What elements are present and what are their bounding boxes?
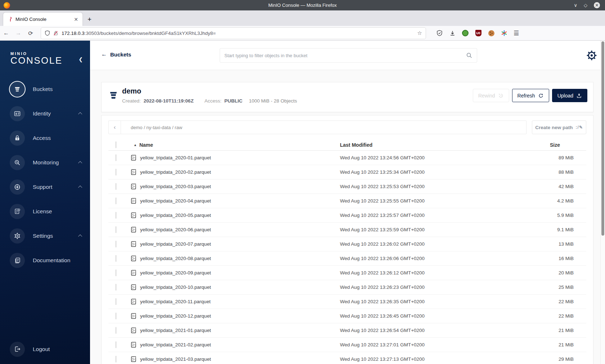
select-all-checkbox[interactable] [116,141,116,148]
row-checkbox[interactable] [116,241,116,247]
object-name-cell[interactable]: yellow_tripdata_2021-01.parquet [126,327,340,333]
row-checkbox[interactable] [116,341,116,348]
row-checkbox[interactable] [116,284,116,291]
sidebar-item-logout[interactable]: Logout [0,341,90,357]
search-input[interactable] [224,53,466,58]
protections-shield-icon[interactable] [436,29,443,37]
minio-console-app: MINIO CONSOLE ❮ Buckets Identity [0,41,605,364]
license-document-icon [10,204,25,219]
downloads-icon[interactable] [449,29,456,37]
extension-green-icon[interactable] [462,29,469,37]
parquet-file-icon [131,270,137,276]
bucket-meta: Created: 2022-08-10T11:19:06Z Access: PU… [122,98,297,104]
sidebar-item-identity[interactable]: Identity [0,106,90,121]
sidebar-item-license[interactable]: License [0,204,90,219]
object-size-cell: 21 MiB [529,342,587,347]
bucket-usage: 1000 MiB - 28 Objects [249,98,297,104]
window-title: MinIO Console — Mozilla Firefox [0,3,605,8]
scrollbar-thumb[interactable] [601,41,604,236]
reload-button[interactable]: ⟳ [24,30,37,37]
settings-gear-icon[interactable] [586,50,597,61]
sidebar-item-monitoring[interactable]: Monitoring [0,155,90,170]
window-close-button[interactable]: ✕ [594,2,600,8]
parquet-file-icon [131,255,137,261]
object-name-cell[interactable]: yellow_tripdata_2020-07.parquet [126,241,340,247]
back-button[interactable]: ← [0,30,12,36]
row-checkbox[interactable] [116,226,116,233]
table-row: yellow_tripdata_2020-09.parquet Wed Aug … [108,266,586,280]
object-name-cell[interactable]: yellow_tripdata_2020-10.parquet [126,284,340,290]
url-bar[interactable]: 172.18.0.3:30503/buckets/demo/browse/bnk… [41,28,426,39]
sidebar-item-access[interactable]: Access [0,130,90,146]
tab-close-icon[interactable]: ✕ [72,17,80,22]
logout-icon [10,342,25,357]
insecure-lock-icon[interactable] [53,30,58,36]
bookmark-star-icon[interactable]: ☆ [417,30,422,36]
row-checkbox[interactable] [116,169,116,176]
page-header: ← Buckets [90,41,605,70]
object-modified-cell: Wed Aug 10 2022 13:26:54 GMT+0200 [340,328,529,333]
object-name-cell[interactable]: yellow_tripdata_2021-02.parquet [126,342,340,348]
rewind-button[interactable]: Rewind [473,89,509,102]
row-checkbox[interactable] [116,255,116,262]
chevron-up-icon [78,112,82,116]
table-header-row: ▲ Name Last Modified Size [108,139,586,151]
new-tab-button[interactable]: + [88,15,91,23]
minio-console-logo: MINIO CONSOLE ❮ [0,41,90,65]
tracking-protection-shield-icon[interactable] [45,30,50,36]
parquet-file-icon [131,169,137,175]
path-back-chevron-icon[interactable]: ‹ [109,121,121,134]
cookie-extension-icon[interactable] [488,29,495,37]
column-header-name[interactable]: ▲ Name [126,142,340,148]
object-modified-cell: Wed Aug 10 2022 13:25:53 GMT+0200 [340,184,529,189]
ublock-origin-icon[interactable]: U0 [475,29,482,37]
extension-asterisk-icon[interactable] [501,29,508,37]
object-name-cell[interactable]: yellow_tripdata_2020-03.parquet [126,183,340,190]
window-titlebar: MinIO Console — Mozilla Firefox ∨ ◇ ✕ [0,0,605,10]
column-header-modified[interactable]: Last Modified [340,142,529,148]
row-checkbox[interactable] [116,269,116,276]
sidebar-item-buckets[interactable]: Buckets [0,81,90,97]
object-name-cell[interactable]: yellow_tripdata_2020-06.parquet [126,227,340,233]
new-path-icon: :/✎ [576,125,583,130]
forward-button[interactable]: → [12,30,24,36]
object-size-cell: 88 MiB [529,169,587,175]
browser-tab-minio-console[interactable]: MinIO Console ✕ [3,13,82,26]
row-checkbox[interactable] [116,212,116,219]
row-checkbox[interactable] [116,313,116,319]
row-checkbox[interactable] [116,183,116,190]
window-minimize-button[interactable]: ∨ [574,3,577,8]
back-to-buckets-link[interactable]: ← Buckets [101,51,131,58]
gear-icon [10,228,25,244]
menu-hamburger-icon[interactable]: ☰ [514,29,519,37]
object-filter-searchbox[interactable] [220,48,477,63]
row-checkbox[interactable] [116,197,116,204]
window-maximize-button[interactable]: ◇ [584,3,587,8]
column-header-size[interactable]: Size [529,142,587,148]
object-name-cell[interactable]: yellow_tripdata_2020-09.parquet [126,270,340,276]
sidebar-item-support[interactable]: Support [0,179,90,195]
page-scrollbar[interactable] [600,41,605,364]
object-name-cell[interactable]: yellow_tripdata_2021-03.parquet [126,356,340,362]
row-checkbox[interactable] [116,154,116,161]
upload-button[interactable]: Upload [552,89,587,102]
chevron-up-icon [78,235,82,238]
object-name-cell[interactable]: yellow_tripdata_2020-05.parquet [126,212,340,218]
main-content: ← Buckets demo [90,41,605,364]
object-name-cell[interactable]: yellow_tripdata_2020-11.parquet [126,299,340,305]
object-name-cell[interactable]: yellow_tripdata_2020-12.parquet [126,313,340,319]
sidebar-collapse-icon[interactable]: ❮ [79,56,83,62]
breadcrumb-path[interactable]: demo / ny-taxi-data / raw [121,121,182,134]
object-name-cell[interactable]: yellow_tripdata_2020-08.parquet [126,255,340,261]
object-name-cell[interactable]: yellow_tripdata_2020-01.parquet [126,155,340,161]
create-new-path-button[interactable]: Create new path :/✎ [532,120,586,134]
refresh-button[interactable]: Refresh [512,89,549,102]
row-checkbox[interactable] [116,298,116,305]
object-name-cell[interactable]: yellow_tripdata_2020-02.parquet [126,169,340,175]
sidebar-item-documentation[interactable]: Documentation [0,252,90,268]
sidebar-item-settings[interactable]: Settings [0,228,90,244]
row-checkbox[interactable] [116,356,116,363]
row-checkbox[interactable] [116,327,116,334]
object-name-cell[interactable]: yellow_tripdata_2020-04.parquet [126,198,340,204]
object-size-cell: 42 MiB [529,184,587,189]
